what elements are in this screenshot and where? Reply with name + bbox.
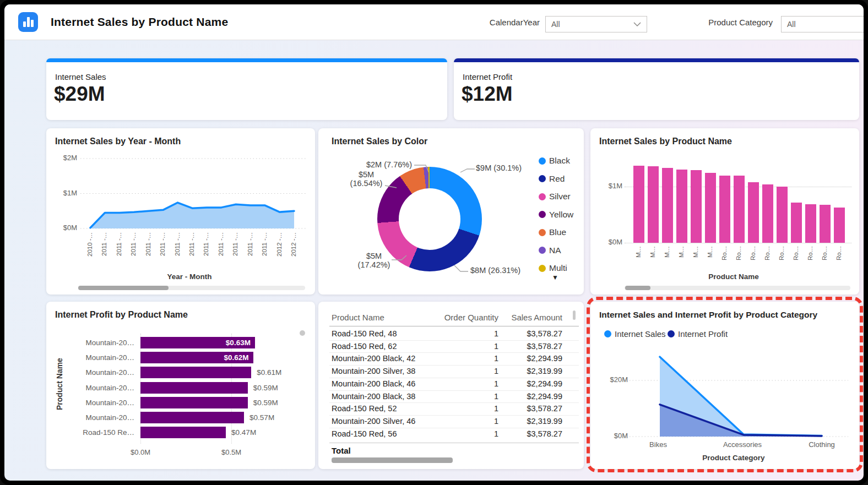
- table-total-label: Total: [332, 446, 351, 455]
- table-cell: Road-150 Red, 62: [332, 342, 431, 351]
- category-label: Mountain-20…: [55, 413, 134, 422]
- x-tick-label: $0.0M: [124, 448, 157, 456]
- dashboard-screen: Internet Sales by Product Name CalendarY…: [0, 0, 868, 485]
- product-category-dropdown[interactable]: All: [781, 16, 864, 32]
- table-cell: 1: [430, 329, 498, 338]
- table-total-divider: [329, 443, 579, 443]
- table-cell: 1: [430, 354, 498, 363]
- horizontal-scrollbar-thumb[interactable]: [332, 457, 453, 463]
- bar-Ro…[interactable]: [734, 176, 745, 243]
- bar-M…[interactable]: [705, 173, 716, 243]
- bar-M…[interactable]: [648, 166, 659, 243]
- category-label: Mountain-20…: [55, 399, 134, 407]
- legend-dot-icon: [539, 157, 546, 165]
- bar-Mountain-20…[interactable]: [140, 412, 244, 423]
- area-chart-sales-by-year-month[interactable]: [46, 128, 315, 295]
- legend-overflow-chevron-icon[interactable]: ▼: [552, 274, 558, 281]
- legend-label: NA: [549, 246, 561, 255]
- bar-Mountain-20…[interactable]: [140, 382, 248, 394]
- vertical-scrollbar-thumb[interactable]: [300, 330, 305, 336]
- bar-M…[interactable]: [676, 170, 687, 243]
- x-tick-label: M…: [635, 246, 642, 271]
- bar-Ro…[interactable]: [834, 208, 845, 243]
- donut-callout-red: $8M (26.31%): [470, 266, 520, 275]
- y-tick-label: $1M: [598, 182, 622, 190]
- chevron-down-icon: [633, 19, 641, 29]
- table-cell: $3,578.27: [502, 329, 562, 338]
- bar-value-label: $0.63M: [211, 339, 251, 347]
- product-category-dropdown-value: All: [787, 20, 864, 29]
- legend-item-silver[interactable]: Silver: [539, 190, 571, 203]
- legend-item-blue[interactable]: Blue: [539, 226, 566, 238]
- kpi-accent-bar: [454, 58, 859, 62]
- bar-Ro…[interactable]: [719, 176, 730, 243]
- table-cell: 1: [430, 392, 498, 401]
- bar-Ro…[interactable]: [748, 182, 759, 243]
- bar-Ro…[interactable]: [791, 203, 802, 243]
- bar-M…[interactable]: [691, 170, 702, 243]
- x-tick-label: 2011 -…: [101, 232, 108, 262]
- bar-value-label: $0.57M: [249, 413, 274, 422]
- chart-card-sales-by-color: Internet Sales by Color $9M (30.1%) $2M …: [318, 128, 584, 295]
- x-tick-label: 2011 -…: [261, 232, 268, 262]
- x-tick-label: M…: [678, 246, 685, 271]
- horizontal-scrollbar-thumb[interactable]: [625, 286, 650, 290]
- table-cell: $2,294.99: [502, 354, 562, 363]
- bar-M…[interactable]: [633, 166, 644, 243]
- x-tick-label: M…: [664, 246, 671, 271]
- donut-callout-blue: $2M (7.76%): [351, 160, 412, 169]
- y-tick-label: $0M: [600, 432, 628, 440]
- legend-item-na[interactable]: NA: [539, 244, 561, 257]
- x-tick-label: Ro…: [750, 246, 757, 271]
- x-tick-label: Ro…: [735, 246, 742, 271]
- x-tick-label: 2011 -…: [232, 232, 239, 262]
- horizontal-scrollbar-track[interactable]: [78, 286, 305, 290]
- legend-item-red[interactable]: Red: [539, 173, 565, 185]
- y-tick-label: $1M: [53, 189, 77, 197]
- vertical-scrollbar-thumb[interactable]: [573, 310, 576, 320]
- table-header-3[interactable]: Sales Amount: [502, 313, 562, 322]
- legend-item-yellow[interactable]: Yellow: [539, 209, 573, 221]
- legend-dot-icon: [539, 193, 546, 200]
- kpi-card-internet-profit: Internet Profit $12M: [454, 58, 859, 120]
- x-tick-label: Bikes: [628, 440, 688, 449]
- table-cell: 1: [430, 404, 498, 413]
- kpi-accent-bar: [46, 58, 447, 62]
- table-cell: 1: [430, 342, 498, 351]
- chart-card-sales-profit-by-category: Internet Sales and Internet Profit by Pr…: [590, 302, 859, 469]
- bar-Ro…[interactable]: [777, 187, 788, 243]
- table-cell: $3,578.27: [502, 429, 562, 438]
- bar-Mountain-20…[interactable]: [140, 397, 248, 408]
- y-tick-label: $2M: [53, 154, 77, 162]
- gridline: [625, 243, 851, 243]
- table-header-2[interactable]: Order Quantity: [430, 313, 498, 322]
- bar-Ro…[interactable]: [820, 205, 831, 243]
- table-header-1[interactable]: Product Name: [332, 313, 431, 322]
- x-tick-label: 2011 -…: [174, 232, 181, 262]
- header-bar: Internet Sales by Product Name CalendarY…: [4, 4, 864, 40]
- bar-Ro…[interactable]: [805, 204, 816, 243]
- bar-Road-150 Re…[interactable]: [140, 427, 226, 438]
- kpi-value: $29M: [54, 83, 105, 106]
- bar-M…[interactable]: [662, 168, 673, 243]
- x-tick-label: 2011 -…: [218, 232, 225, 262]
- x-tick-label: 2011 -…: [116, 232, 123, 262]
- x-tick-label: 2011 -…: [247, 232, 254, 262]
- x-tick-label: Ro…: [807, 246, 814, 271]
- bar-Mountain-20…[interactable]: [140, 367, 251, 378]
- x-tick-label: 2010 -…: [86, 232, 94, 262]
- x-tick-label: Ro…: [764, 246, 771, 271]
- table-cell: $2,319.99: [502, 367, 562, 375]
- row-separator: [329, 378, 579, 378]
- legend-item-black[interactable]: Black: [539, 155, 570, 167]
- table-cell: $3,578.27: [502, 342, 562, 351]
- horizontal-scrollbar-track[interactable]: [625, 286, 850, 290]
- horizontal-scrollbar-thumb[interactable]: [78, 286, 169, 290]
- table-cell: $3,578.27: [502, 404, 562, 413]
- calendar-year-dropdown[interactable]: All: [545, 16, 647, 32]
- x-tick-label: Ro…: [836, 246, 843, 271]
- x-tick-label: Ro…: [793, 246, 800, 271]
- bar-Ro…[interactable]: [762, 184, 773, 243]
- page-title: Internet Sales by Product Name: [51, 15, 228, 29]
- legend-item-multi[interactable]: Multi: [539, 262, 567, 274]
